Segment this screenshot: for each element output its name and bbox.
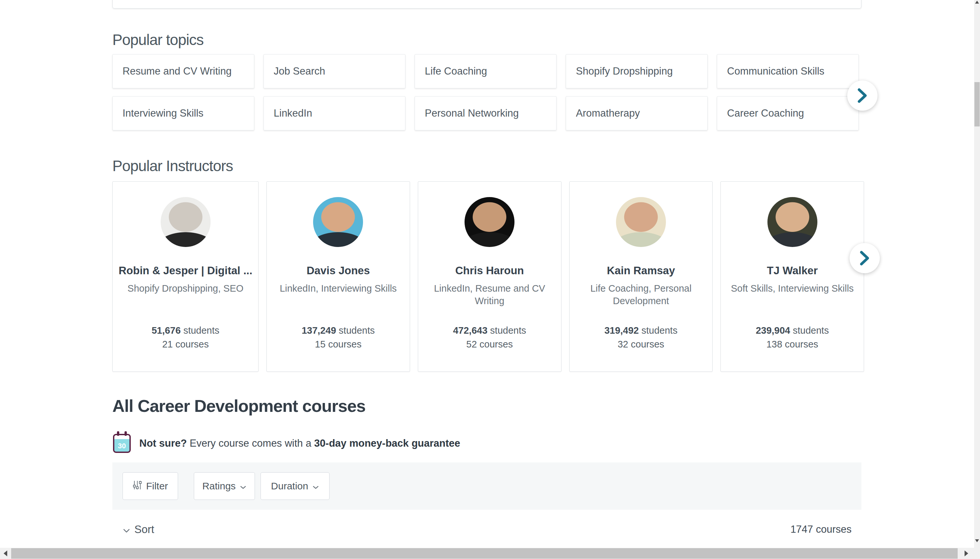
instructor-courses: 52 courses — [453, 339, 526, 350]
instructor-name: Robin & Jesper | Digital ... — [113, 265, 258, 277]
topic-card[interactable]: Personal Networking — [415, 96, 556, 131]
chevron-right-icon — [858, 88, 867, 103]
instructor-card[interactable]: Robin & Jesper | Digital ... Shopify Dro… — [113, 181, 258, 372]
topic-label: Resume and CV Writing — [122, 65, 232, 77]
instructor-name: TJ Walker — [761, 265, 824, 277]
topic-label: Aromatherapy — [576, 108, 640, 119]
topic-card[interactable]: LinkedIn — [263, 96, 406, 131]
horizontal-scrollbar-thumb[interactable] — [11, 548, 958, 559]
vertical-scrollbar[interactable] — [974, 0, 980, 548]
guarantee-text: Not sure? Every course comes with a 30-d… — [139, 437, 460, 449]
instructor-avatar — [161, 197, 210, 247]
scroll-right-icon[interactable] — [965, 551, 968, 556]
topic-label: Career Coaching — [727, 108, 804, 119]
scrollbar-corner — [974, 548, 980, 559]
filter-bar: Filter Ratings Duration — [113, 462, 861, 510]
instructor-card[interactable]: Kain Ramsay Life Coaching, Personal Deve… — [569, 181, 713, 372]
instructor-topics: LinkedIn, Resume and CV Writing — [418, 282, 561, 307]
chevron-down-icon — [122, 523, 131, 536]
popular-instructors-grid: Robin & Jesper | Digital ... Shopify Dro… — [113, 181, 864, 372]
duration-dropdown-label: Duration — [271, 481, 308, 492]
vertical-scrollbar-thumb[interactable] — [974, 82, 980, 126]
instructor-avatar — [767, 197, 818, 247]
ratings-dropdown-label: Ratings — [202, 481, 236, 492]
instructor-students: 472,643 students — [453, 325, 526, 336]
filter-button-label: Filter — [146, 481, 168, 492]
topic-label: Shopify Dropshipping — [576, 65, 673, 77]
instructor-avatar — [313, 197, 363, 247]
topic-card[interactable]: Shopify Dropshipping — [566, 54, 708, 88]
instructors-next-button[interactable] — [849, 243, 880, 273]
popular-topics-title: Popular topics — [113, 31, 204, 49]
topic-label: Life Coaching — [425, 65, 487, 77]
instructor-name: Davis Jones — [301, 265, 376, 277]
calendar-30-icon: 30 — [113, 434, 131, 453]
instructor-students: 51,676 students — [151, 325, 219, 336]
instructor-card[interactable]: Chris Haroun LinkedIn, Resume and CV Wri… — [418, 181, 561, 372]
instructor-courses: 21 courses — [151, 339, 219, 350]
topic-card[interactable]: Job Search — [263, 54, 406, 88]
topic-card[interactable]: Interviewing Skills — [113, 96, 254, 131]
scroll-down-icon[interactable] — [975, 539, 979, 542]
topic-label: Communication Skills — [727, 65, 824, 77]
instructor-topics: Shopify Dropshipping, SEO — [118, 282, 253, 294]
instructor-topics: Life Coaching, Personal Development — [569, 282, 713, 307]
instructor-topics: LinkedIn, Interviewing Skills — [270, 282, 406, 294]
instructor-students: 319,492 students — [604, 325, 678, 336]
topic-card[interactable]: Resume and CV Writing — [113, 54, 254, 88]
chevron-down-icon — [313, 481, 319, 492]
instructor-name: Kain Ramsay — [601, 265, 681, 277]
instructor-card[interactable]: TJ Walker Soft Skills, Interviewing Skil… — [720, 181, 864, 372]
ratings-dropdown[interactable]: Ratings — [194, 472, 255, 500]
scroll-up-icon[interactable] — [975, 1, 979, 3]
sort-row: Sort 1747 courses — [113, 521, 861, 538]
horizontal-scrollbar[interactable] — [0, 548, 980, 559]
topic-card[interactable]: Aromatherapy — [566, 96, 708, 131]
duration-dropdown[interactable]: Duration — [260, 472, 329, 500]
course-count: 1747 courses — [790, 524, 851, 535]
instructor-courses: 138 courses — [756, 339, 829, 350]
sort-button[interactable]: Sort — [122, 523, 154, 536]
sliders-icon — [133, 480, 142, 493]
scroll-left-icon[interactable] — [3, 551, 7, 556]
previous-section-card-edge — [113, 0, 861, 8]
instructor-avatar — [616, 197, 666, 247]
topic-card[interactable]: Life Coaching — [415, 54, 556, 88]
instructor-avatar — [465, 197, 515, 247]
sort-button-label: Sort — [134, 523, 154, 536]
instructor-card[interactable]: Davis Jones LinkedIn, Interviewing Skill… — [267, 181, 410, 372]
topic-label: Interviewing Skills — [122, 108, 204, 119]
topic-card[interactable]: Career Coaching — [717, 96, 859, 131]
popular-topics-grid: Resume and CV Writing Job Search Life Co… — [113, 54, 859, 131]
topics-next-button[interactable] — [847, 81, 877, 111]
topic-label: LinkedIn — [274, 108, 312, 119]
topic-label: Personal Networking — [425, 108, 519, 119]
instructor-name: Chris Haroun — [449, 265, 530, 277]
topic-label: Job Search — [274, 65, 325, 77]
popular-instructors-title: Popular Instructors — [113, 157, 233, 175]
chevron-down-icon — [240, 481, 247, 492]
instructor-courses: 32 courses — [604, 339, 678, 350]
all-courses-title: All Career Development courses — [113, 396, 366, 416]
instructor-students: 239,904 students — [756, 325, 829, 336]
chevron-right-icon — [860, 251, 870, 266]
instructor-topics: Soft Skills, Interviewing Skills — [721, 282, 864, 294]
filter-button[interactable]: Filter — [122, 472, 178, 500]
instructor-students: 137,249 students — [301, 325, 375, 336]
money-back-guarantee: 30 Not sure? Every course comes with a 3… — [113, 433, 460, 453]
page: Popular topics Resume and CV Writing Job… — [0, 0, 980, 559]
topic-card[interactable]: Communication Skills — [717, 54, 859, 88]
instructor-courses: 15 courses — [301, 339, 375, 350]
